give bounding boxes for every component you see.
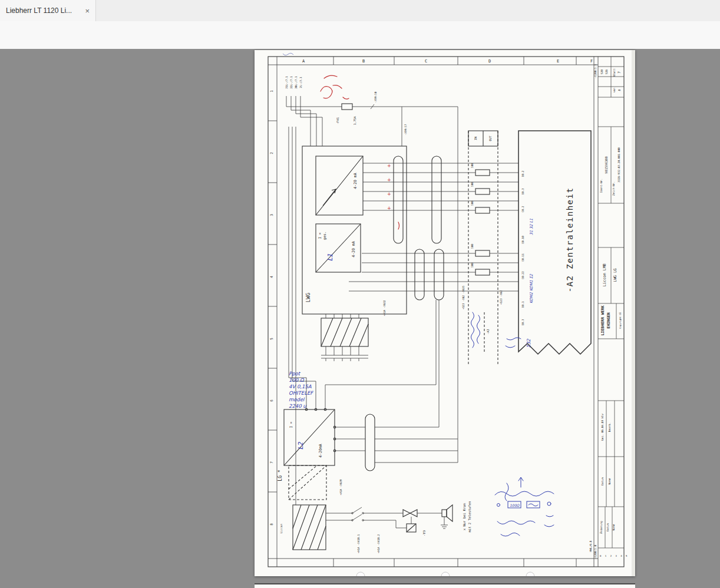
grid-number: 6 [269, 399, 273, 402]
name-label: Name [608, 478, 611, 484]
rev-label: S28 [605, 70, 608, 74]
resistor-value: 500 [471, 263, 474, 267]
horn-symbol [442, 510, 447, 517]
pencil-scribble [283, 53, 293, 55]
range-label: 4-20mA [318, 444, 323, 458]
grid-letter: E [557, 59, 559, 64]
components [284, 104, 591, 550]
zeich-label: Zeich-Nr. [612, 181, 615, 196]
system-name: LWG LG [613, 268, 617, 282]
wire-label: 32L-/7.1 [290, 76, 293, 89]
liccon-label: Liccon [280, 524, 283, 534]
crossref-label: -X200:5.0 [594, 545, 597, 560]
io-label: E0.3 [521, 319, 524, 325]
grid-number: 4 [269, 276, 273, 278]
wires [286, 96, 518, 528]
i-label: I = [289, 421, 293, 428]
resistor-value: 500 [471, 163, 474, 168]
terminal-label: -X99:50 [374, 91, 377, 103]
company-name: LIEBHERR WERK [600, 305, 605, 335]
aenderung-label: Änderung [599, 521, 603, 534]
terminal-label: +A1A -X639 [339, 479, 342, 495]
resistor [475, 269, 490, 275]
terminal-label: -X99:57 [404, 124, 407, 135]
blatt-label: Blatt [613, 68, 616, 77]
wire-label: 31L-/7.1 [285, 76, 288, 89]
pin-labels: +S23 -X62 -X635 [462, 285, 465, 309]
io-label: E0.2 [521, 170, 524, 177]
resistor-value: 500 [471, 244, 474, 249]
valve-symbol [403, 510, 410, 517]
connector-oval-2 [432, 156, 441, 243]
document-tab[interactable]: Liebherr LT 1120 Li... × [0, 0, 96, 21]
lwg-label: LWG [305, 293, 311, 302]
red-plus-mark: + [387, 206, 391, 211]
io-label: E0.10 [521, 236, 524, 244]
resistor-value: 500 [471, 182, 474, 187]
copyright: Copyright GÜ [619, 312, 622, 329]
io-label: C0.2 [521, 206, 524, 212]
range-label: 4-20 mA [353, 173, 358, 189]
connector-oval-4 [434, 249, 444, 300]
pdf-page-8-edge[interactable] [255, 583, 635, 588]
tab-close-icon[interactable]: × [85, 6, 90, 15]
handwritten-note-line: 4V 0,15A [289, 384, 312, 389]
ident-label: Ident-Nr. [600, 179, 603, 193]
io-label: E0.1 [521, 301, 524, 308]
fuse-name: -F41 [336, 117, 339, 124]
blue-sketch-bottom: 100Ω [495, 477, 554, 536]
io-label: E0.11 [521, 253, 524, 262]
lg-label: LG * [278, 470, 283, 481]
in-label: IN [474, 137, 477, 140]
datum-label: Datum [606, 523, 609, 531]
bearb-label: Bearb. [608, 422, 611, 432]
io-label: E0.22 [521, 271, 524, 279]
fuse-rating: 1,75A [353, 116, 356, 125]
handwritten-l1: L1 [326, 253, 334, 261]
io-label: E0.3 [521, 188, 524, 194]
a3-label: -A3 [486, 329, 490, 334]
grid-number: 7 [269, 461, 273, 464]
dashed-subbox [289, 465, 326, 500]
connector-oval-1 [394, 156, 403, 243]
resistor-value: 500 [471, 201, 474, 206]
ident-value: 981596388 [605, 156, 608, 174]
grid-number: 1 [269, 90, 273, 93]
handwritten-note-line: 100 Ω [289, 377, 305, 383]
project-name: Liccon LMB [602, 263, 607, 286]
schematic-labels: 31L-/7.1 32L-/7.1 30L-/7.1 2L-/3.1 -F41 … [278, 64, 597, 560]
von-label: von [613, 88, 616, 93]
company-city: EHINGEN [606, 312, 611, 328]
grid-number: 2 [269, 152, 273, 154]
schematic-drawing: A B C D E F 1 2 3 4 5 6 7 8 [255, 50, 635, 576]
red-plus-mark: + [387, 191, 391, 197]
tab-title: Liebherr LT 1120 Li... [6, 6, 81, 15]
toolbar: / 8 71.1% [0, 21, 720, 49]
handwritten-sigma32: Σ32 [526, 338, 531, 348]
datum-label: Datum [601, 477, 604, 485]
lwg-module-box [302, 146, 407, 314]
pdf-page-7[interactable]: A B C D E F 1 2 3 4 5 6 7 8 [255, 50, 635, 576]
tab-bar: Liebherr LT 1120 Li... × [0, 0, 720, 22]
frame [268, 57, 624, 567]
gez-row: Gez. 06.04.89 klv [601, 414, 604, 441]
grid-letter: B [362, 59, 365, 64]
handwritten-note-line: 2240 u [289, 403, 306, 409]
blatt-value: 7 [617, 71, 621, 74]
star-note: mit 2 Telestufen [468, 501, 471, 533]
wire-label: 30L-/7.1 [295, 76, 298, 89]
hatch-block-upper [321, 318, 368, 346]
wire-label: 2L-/3.1 [299, 77, 302, 88]
blue-scribble-column [471, 312, 521, 348]
hatch-block-lower [293, 505, 326, 550]
handwritten-a2-note: KOM2 KOM1 Σ2 [529, 273, 534, 303]
handwritten-note-line: model [289, 397, 305, 402]
crossref-label: HWL/6.8 [589, 540, 592, 551]
a2-zentraleinheit-box [518, 131, 591, 354]
connector-oval-5 [365, 414, 375, 471]
handwritten-note-line: Ppot [289, 371, 301, 376]
grid-letter: C [425, 59, 427, 64]
ges-label: ges. [322, 232, 327, 240]
rev-label: S20 [600, 70, 603, 74]
i-label: I = [318, 232, 322, 239]
